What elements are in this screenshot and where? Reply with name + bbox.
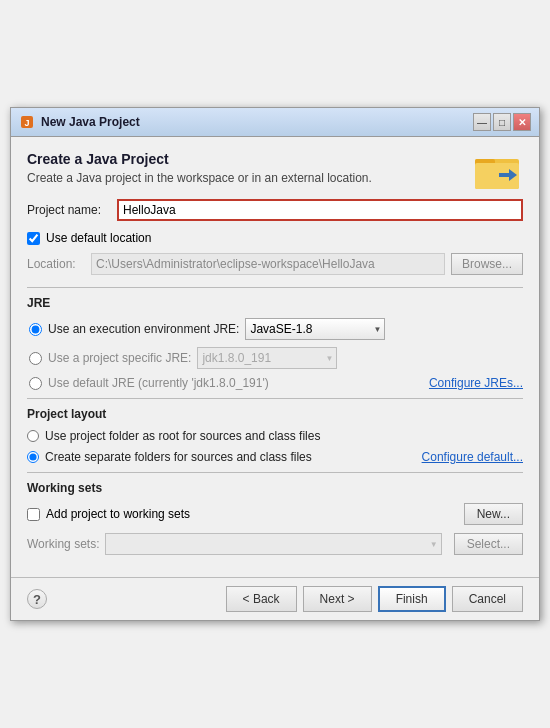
jre-specific-dropdown-wrapper: jdk1.8.0_191 — [197, 347, 337, 369]
working-sets-label: Working sets: — [27, 537, 99, 551]
jre-specific-radio[interactable] — [29, 352, 42, 365]
dialog-window: J New Java Project — □ ✕ Create a Java P… — [10, 107, 540, 621]
close-button[interactable]: ✕ — [513, 113, 531, 131]
footer-buttons: < Back Next > Finish Cancel — [226, 586, 523, 612]
jre-option1-row: Use an execution environment JRE: JavaSE… — [27, 318, 523, 340]
dialog-content: Create a Java Project Create a Java proj… — [11, 137, 539, 577]
jre-option2-row: Use a project specific JRE: jdk1.8.0_191 — [27, 347, 523, 369]
working-sets-dropdown-wrapper — [105, 533, 441, 555]
title-bar: J New Java Project — □ ✕ — [11, 108, 539, 137]
svg-rect-6 — [499, 173, 509, 177]
svg-text:J: J — [24, 118, 29, 128]
java-icon: J — [19, 114, 35, 130]
cancel-button[interactable]: Cancel — [452, 586, 523, 612]
working-sets-select-row: Working sets: Select... — [27, 533, 523, 555]
select-working-set-button[interactable]: Select... — [454, 533, 523, 555]
project-layout-title: Project layout — [27, 407, 523, 421]
layout-option2-row: Create separate folders for sources and … — [27, 450, 523, 464]
jre-option3-row: Use default JRE (currently 'jdk1.8.0_191… — [27, 376, 523, 390]
layout-option1-row: Use project folder as root for sources a… — [27, 429, 523, 443]
configure-default-link[interactable]: Configure default... — [422, 450, 523, 464]
use-default-location-checkbox[interactable] — [27, 232, 40, 245]
jre-section-title: JRE — [27, 296, 523, 310]
help-button[interactable]: ? — [27, 589, 47, 609]
folder-icon — [475, 151, 523, 191]
jre-default-radio[interactable] — [29, 377, 42, 390]
title-bar-left: J New Java Project — [19, 114, 140, 130]
jre-env-label: Use an execution environment JRE: — [48, 322, 239, 336]
new-working-set-button[interactable]: New... — [464, 503, 523, 525]
add-working-sets-row: Add project to working sets New... — [27, 503, 523, 525]
layout-separate-radio[interactable] — [27, 451, 39, 463]
add-working-sets-checkbox[interactable] — [27, 508, 40, 521]
location-input — [91, 253, 445, 275]
jre-env-radio[interactable] — [29, 323, 42, 336]
jre-env-dropdown[interactable]: JavaSE-1.8 JavaSE-11 JavaSE-17 — [245, 318, 385, 340]
layout-root-label: Use project folder as root for sources a… — [45, 429, 320, 443]
back-button[interactable]: < Back — [226, 586, 297, 612]
working-sets-dropdown[interactable] — [105, 533, 441, 555]
maximize-button[interactable]: □ — [493, 113, 511, 131]
location-label: Location: — [27, 257, 85, 271]
layout-divider — [27, 398, 523, 399]
title-bar-controls: — □ ✕ — [473, 113, 531, 131]
project-name-label: Project name: — [27, 203, 117, 217]
working-sets-title: Working sets — [27, 481, 523, 495]
jre-default-label: Use default JRE (currently 'jdk1.8.0_191… — [48, 376, 269, 390]
location-row: Location: Browse... — [27, 253, 523, 275]
project-name-row: Project name: — [27, 199, 523, 221]
jre-specific-dropdown[interactable]: jdk1.8.0_191 — [197, 347, 337, 369]
use-default-location-row: Use default location — [27, 231, 523, 245]
finish-button[interactable]: Finish — [378, 586, 446, 612]
footer-help: ? — [27, 589, 47, 609]
header-area: Create a Java Project Create a Java proj… — [27, 151, 523, 185]
layout-separate-label: Create separate folders for sources and … — [45, 450, 312, 464]
minimize-button[interactable]: — — [473, 113, 491, 131]
configure-jres-link[interactable]: Configure JREs... — [429, 376, 523, 390]
page-title: Create a Java Project — [27, 151, 523, 167]
jre-divider — [27, 287, 523, 288]
page-subtitle: Create a Java project in the workspace o… — [27, 171, 523, 185]
dialog-footer: ? < Back Next > Finish Cancel — [11, 577, 539, 620]
browse-button[interactable]: Browse... — [451, 253, 523, 275]
project-name-input[interactable] — [117, 199, 523, 221]
use-default-location-label: Use default location — [46, 231, 151, 245]
window-title: New Java Project — [41, 115, 140, 129]
working-sets-divider — [27, 472, 523, 473]
layout-root-radio[interactable] — [27, 430, 39, 442]
next-button[interactable]: Next > — [303, 586, 372, 612]
jre-specific-label: Use a project specific JRE: — [48, 351, 191, 365]
add-working-sets-label: Add project to working sets — [46, 507, 190, 521]
jre-env-dropdown-wrapper: JavaSE-1.8 JavaSE-11 JavaSE-17 — [245, 318, 385, 340]
